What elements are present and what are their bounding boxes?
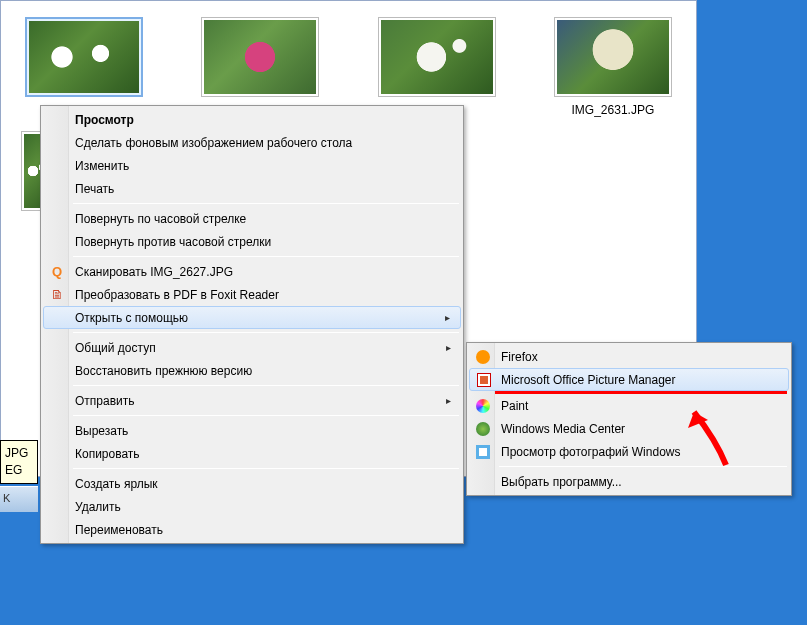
menu-share[interactable]: Общий доступ <box>43 336 461 359</box>
menu-cut[interactable]: Вырезать <box>43 419 461 442</box>
menu-separator <box>73 468 459 469</box>
menu-restore-previous[interactable]: Восстановить прежнюю версию <box>43 359 461 382</box>
submenu-firefox[interactable]: Firefox <box>469 345 789 368</box>
menu-separator <box>499 466 787 467</box>
submenu-wmc[interactable]: Windows Media Center <box>469 417 789 440</box>
menu-rotate-ccw[interactable]: Повернуть против часовой стрелки <box>43 230 461 253</box>
menu-create-shortcut[interactable]: Создать ярлык <box>43 472 461 495</box>
tooltip-fragment: JPG EG <box>0 440 38 484</box>
menu-rename[interactable]: Переименовать <box>43 518 461 541</box>
scan-icon: Q <box>49 264 65 280</box>
open-with-submenu: Firefox Microsoft Office Picture Manager… <box>466 342 792 496</box>
menu-separator <box>73 203 459 204</box>
taskbar-fragment: K <box>0 486 38 512</box>
menu-delete[interactable]: Удалить <box>43 495 461 518</box>
menu-separator <box>73 256 459 257</box>
submenu-ms-picture-manager[interactable]: Microsoft Office Picture Manager <box>469 368 789 391</box>
file-thumb-4[interactable]: IMG_2631.JPG <box>550 17 676 117</box>
photo-viewer-icon <box>475 444 491 460</box>
context-menu: Просмотр Сделать фоновым изображением ра… <box>40 105 464 544</box>
menu-separator <box>73 332 459 333</box>
menu-open-with[interactable]: Открыть с помощью <box>43 306 461 329</box>
mspm-icon <box>476 372 492 388</box>
file-thumb-3[interactable] <box>374 17 500 117</box>
menu-separator <box>73 415 459 416</box>
image-preview <box>204 20 316 94</box>
menu-set-wallpaper[interactable]: Сделать фоновым изображением рабочего ст… <box>43 131 461 154</box>
menu-convert-pdf[interactable]: 🗎 Преобразовать в PDF в Foxit Reader <box>43 283 461 306</box>
submenu-windows-photo-viewer[interactable]: Просмотр фотографий Windows <box>469 440 789 463</box>
menu-send-to[interactable]: Отправить <box>43 389 461 412</box>
firefox-icon <box>475 349 491 365</box>
menu-print[interactable]: Печать <box>43 177 461 200</box>
file-label: IMG_2631.JPG <box>572 103 655 117</box>
menu-copy[interactable]: Копировать <box>43 442 461 465</box>
paint-icon <box>475 398 491 414</box>
taskbar-text: K <box>3 492 10 504</box>
menu-scan[interactable]: Q Сканировать IMG_2627.JPG <box>43 260 461 283</box>
menu-separator <box>73 385 459 386</box>
tooltip-line: JPG <box>5 445 33 462</box>
submenu-paint[interactable]: Paint <box>469 394 789 417</box>
file-thumb-2[interactable] <box>197 17 323 117</box>
file-thumb-1[interactable] <box>21 17 147 117</box>
image-preview <box>29 21 139 93</box>
menu-preview[interactable]: Просмотр <box>43 108 461 131</box>
wmc-icon <box>475 421 491 437</box>
thumbnail-grid: IMG_2631.JPG <box>21 17 676 117</box>
image-preview <box>381 20 493 94</box>
menu-rotate-cw[interactable]: Повернуть по часовой стрелке <box>43 207 461 230</box>
image-preview <box>557 20 669 94</box>
tooltip-line: EG <box>5 462 33 479</box>
submenu-choose-program[interactable]: Выбрать программу... <box>469 470 789 493</box>
pdf-icon: 🗎 <box>49 287 65 303</box>
menu-edit[interactable]: Изменить <box>43 154 461 177</box>
